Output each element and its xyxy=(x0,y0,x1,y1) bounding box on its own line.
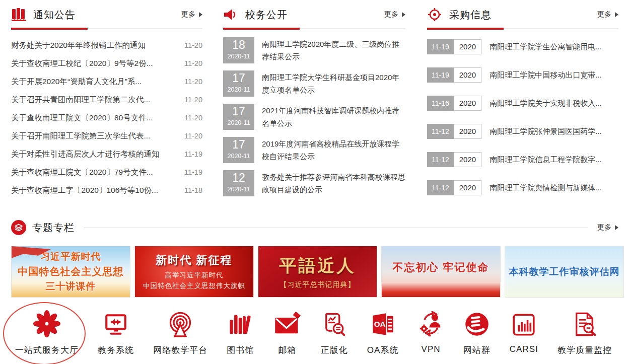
notice-date: 11-20 xyxy=(184,59,202,67)
affairs-list-item[interactable]: 172020-11 南阳理工学院大学生科研基金项目2020年度立项名单公示 xyxy=(223,70,405,97)
notices-list: 财务处关于2020年年终报销工作的通知11-20 关于查收南理工校纪〔2020〕… xyxy=(11,36,202,199)
affairs-list-item[interactable]: 172020-11 2021年度河南科技智库调研课题校内推荐名单公示 xyxy=(223,104,405,130)
quicklink-label: VPN xyxy=(422,344,441,354)
banner-never-forget-mission[interactable]: 不忘初心 牢记使命 xyxy=(381,246,501,298)
notice-title: 关于查收南理工校纪〔2020〕9号等2份... xyxy=(11,58,177,69)
banner-xi-thought-30-lectures[interactable]: 习近平新时代 中国特色社会主义思想 三十讲课件 xyxy=(11,246,130,298)
affairs-list-item[interactable]: 182020-11 南阳理工学院2020年度二级、三级岗位推荐结果公示 xyxy=(223,37,405,63)
quicklink-carsi[interactable]: CARSI xyxy=(510,306,538,356)
notice-date: 11-20 xyxy=(184,41,202,49)
notice-title: 关于查收南理工字〔2020〕106号等10份... xyxy=(11,185,177,196)
banner-title: 不忘初心 牢记使命 xyxy=(393,260,490,274)
quicklinks-row: 一站式服务大厅 教务系统 网络教学平台 xyxy=(0,306,627,356)
affairs-title: 南阳理工学院大学生科研基金项目2020年度立项名单公示 xyxy=(262,70,405,97)
notice-list-item[interactable]: 关于查收南理工字〔2020〕106号等10份...11-18 xyxy=(11,181,202,199)
divider-line xyxy=(84,228,588,228)
more-arrow-icon xyxy=(615,12,618,17)
more-arrow-icon xyxy=(199,12,202,17)
notice-title: 关于开展2020年“资助育人文化月”系... xyxy=(11,77,177,87)
notice-date: 11-19 xyxy=(184,168,202,176)
quicklink-site-group[interactable]: 网站群 xyxy=(463,306,491,356)
notice-list-item[interactable]: 关于对柔性引进高层次人才进行考核的通知11-19 xyxy=(11,145,202,163)
more-label: 更多 xyxy=(181,10,195,19)
date-day: 17 xyxy=(223,138,254,152)
quicklink-vpn[interactable]: VPN xyxy=(418,306,444,356)
more-label: 更多 xyxy=(597,10,611,19)
procurement-list-item[interactable]: 11-192020南阳理工学院中国移动出口宽带... xyxy=(427,67,618,83)
notice-list-item[interactable]: 关于召开南阳理工学院第三次学生代表...11-20 xyxy=(11,127,202,145)
site-group-icon xyxy=(464,306,490,337)
procurement-list-item[interactable]: 11-162020南阳理工学院关于实现非税收入... xyxy=(427,96,618,111)
notice-date: 11-18 xyxy=(184,186,202,194)
banner-pingyu-jinren[interactable]: 平語近人 【习近平总书记用典】 xyxy=(258,246,377,298)
affairs-section: 校务公开 更多 182020-11 南阳理工学院2020年度二级、三级岗位推荐结… xyxy=(223,6,405,203)
procurement-list-item[interactable]: 11-122020南阳理工学院信息工程学院数字... xyxy=(427,152,618,167)
date-block: 172020-11 xyxy=(223,137,254,163)
quicklink-teaching-quality[interactable]: 教学质量监控 xyxy=(558,306,612,356)
notice-title: 财务处关于2020年年终报销工作的通知 xyxy=(11,40,177,51)
banner-undergraduate-audit-site[interactable]: 本科教学工作审核评估网 xyxy=(505,246,624,298)
badge-date: 11-12 xyxy=(427,152,454,167)
header-rule xyxy=(223,28,405,29)
mail-icon xyxy=(273,306,302,337)
affairs-title: 教务处关于推荐参评河南省本科高校课程思政项目建设的公示 xyxy=(262,170,405,196)
quicklink-label: 教学质量监控 xyxy=(558,344,612,356)
affairs-title: 2021年度河南科技智库调研课题校内推荐名单公示 xyxy=(262,104,405,130)
badge-year: 2020 xyxy=(454,96,481,111)
flower-icon xyxy=(33,306,60,337)
banner-title: 新时代 新征程 xyxy=(156,253,232,268)
procurement-title: 南阳理工学院关于实现非税收入... xyxy=(490,99,602,108)
notice-title: 关于查收南理工院文〔2020〕80号文件... xyxy=(11,113,177,123)
banner-text: 中国特色社会主义思想 xyxy=(18,265,124,278)
quicklink-label: CARSI xyxy=(510,344,538,354)
more-label: 更多 xyxy=(384,10,398,19)
quicklink-one-stop-service[interactable]: 一站式服务大厅 xyxy=(15,306,79,356)
procurement-list-item[interactable]: 11-122020南阳理工学院张仲景国医国药学... xyxy=(427,124,618,139)
topics-more-link[interactable]: 更多 xyxy=(597,223,618,232)
broadcast-icon xyxy=(167,306,193,337)
notice-list-item[interactable]: 关于召开共青团南阳理工学院第二次代...11-20 xyxy=(11,91,202,109)
notice-list-item[interactable]: 关于开展2020年“资助育人文化月”系...11-20 xyxy=(11,72,202,91)
more-arrow-icon xyxy=(402,12,405,17)
affairs-list-item[interactable]: 122020-11 教务处关于推荐参评河南省本科高校课程思政项目建设的公示 xyxy=(223,170,405,196)
notices-more-link[interactable]: 更多 xyxy=(181,10,202,19)
quicklink-label: OA系统 xyxy=(367,344,399,356)
notice-title: 关于查收南理工院文〔2020〕79号文件... xyxy=(11,167,177,178)
affairs-list: 182020-11 南阳理工学院2020年度二级、三级岗位推荐结果公示 1720… xyxy=(223,37,405,196)
notices-header: 通知公告 更多 xyxy=(11,6,202,23)
notice-list-item[interactable]: 财务处关于2020年年终报销工作的通知11-20 xyxy=(11,36,202,54)
header-rule-accent xyxy=(427,28,504,30)
layers-icon xyxy=(11,220,26,235)
section-title: 专题专栏 xyxy=(32,221,75,235)
affairs-more-link[interactable]: 更多 xyxy=(384,10,405,19)
quicklink-jiaowu-system[interactable]: 教务系统 xyxy=(98,306,134,356)
section-title: 校务公开 xyxy=(245,8,288,22)
procurement-list-item[interactable]: 11-122020南阳理工学院舆情检测与新媒体... xyxy=(427,180,618,195)
procurement-section: 采购信息 更多 11-192020南阳理工学院学生公寓智能用电... 11-19… xyxy=(427,6,618,208)
notice-date: 11-20 xyxy=(184,132,202,140)
quicklink-genuine-software[interactable]: 正版化 xyxy=(321,306,348,356)
banner-new-era-new-journey[interactable]: 新时代 新征程 高举习近平新时代 中国特色社会主义思想伟大旗帜 xyxy=(134,246,254,298)
notice-list-item[interactable]: 关于查收南理工校纪〔2020〕9号等2份...11-20 xyxy=(11,54,202,72)
procurement-more-link[interactable]: 更多 xyxy=(597,10,618,19)
badge-date: 11-12 xyxy=(427,124,454,139)
speaker-icon xyxy=(223,8,238,22)
quicklink-online-teaching[interactable]: 网络教学平台 xyxy=(153,306,207,356)
badge-year: 2020 xyxy=(454,39,481,54)
quicklink-label: 正版化 xyxy=(321,344,348,356)
quicklink-library[interactable]: 图书馆 xyxy=(227,306,254,356)
badge-year: 2020 xyxy=(454,124,481,139)
procurement-title: 南阳理工学院学生公寓智能用电... xyxy=(490,42,602,52)
header-rule-accent xyxy=(11,28,88,30)
notice-list-item[interactable]: 关于查收南理工院文〔2020〕79号文件...11-19 xyxy=(11,163,202,181)
notice-list-item[interactable]: 关于查收南理工院文〔2020〕80号文件...11-20 xyxy=(11,109,202,127)
genuine-check-icon xyxy=(321,306,347,337)
bar-chart-icon xyxy=(511,306,536,337)
quicklink-mail[interactable]: 邮箱 xyxy=(273,306,302,356)
procurement-list-item[interactable]: 11-192020南阳理工学院学生公寓智能用电... xyxy=(427,39,618,54)
affairs-list-item[interactable]: 172020-11 2019年度河南省高校精品在线开放课程学校自评结果公示 xyxy=(223,137,405,163)
badge-date: 11-19 xyxy=(427,67,454,83)
notices-section: 通知公告 更多 财务处关于2020年年终报销工作的通知11-20 关于查收南理工… xyxy=(11,6,202,199)
quicklink-oa-system[interactable]: OA OA系统 xyxy=(367,306,399,356)
section-title: 采购信息 xyxy=(449,8,492,22)
